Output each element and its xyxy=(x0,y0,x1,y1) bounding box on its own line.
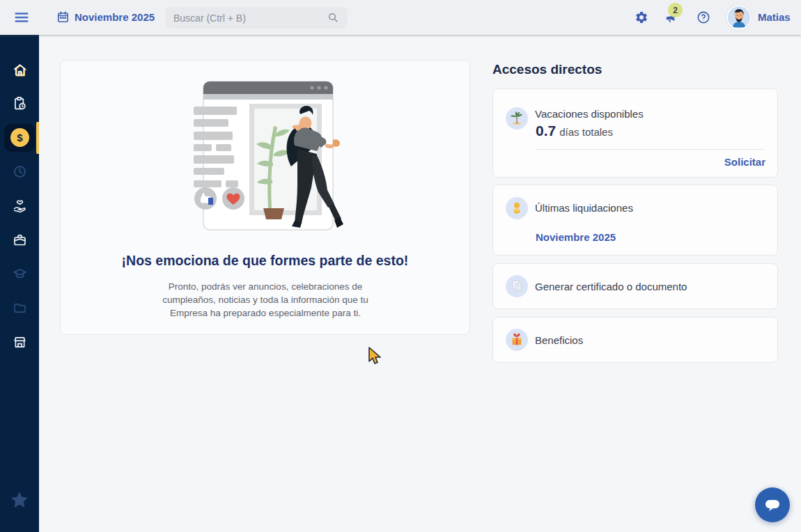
payslips-card: Últimas liquidaciones Noviembre 2025 xyxy=(492,185,778,256)
welcome-body: Pronto, podrás ver anuncios, celebracion… xyxy=(154,280,377,320)
sidebar-item-payroll-active[interactable]: $ xyxy=(10,128,29,147)
mouse-cursor xyxy=(367,347,382,366)
payslips-label: Últimas liquidaciones xyxy=(535,202,633,214)
gift-icon xyxy=(506,329,528,351)
topbar: Noviembre 2025 2 xyxy=(0,0,801,35)
settings-gear-icon[interactable] xyxy=(635,10,648,24)
coins-icon xyxy=(506,197,528,219)
home-icon xyxy=(13,63,27,77)
palm-tree-icon xyxy=(506,107,528,130)
graduation-cap-icon xyxy=(13,267,27,281)
vacations-days-value: 0.7 xyxy=(536,123,556,139)
benefits-label: Beneficios xyxy=(535,334,583,346)
sidebar-item-home[interactable] xyxy=(0,56,39,84)
chat-bubble-icon xyxy=(764,497,781,513)
hand-heart-icon xyxy=(13,199,27,214)
storefront-icon xyxy=(13,335,27,350)
certificates-card[interactable]: Generar certificado o documento xyxy=(492,263,778,309)
chat-launcher-button[interactable] xyxy=(755,487,790,522)
vacations-label: Vacaciones disponibles xyxy=(535,108,644,120)
help-icon[interactable] xyxy=(697,10,710,24)
folder-icon xyxy=(13,301,27,315)
avatar-illustration xyxy=(728,6,750,29)
sidebar-item-favorites[interactable] xyxy=(0,486,39,514)
document-icon xyxy=(506,275,528,297)
star-icon xyxy=(9,490,30,510)
welcome-card: ¡Nos emociona de que formes parte de est… xyxy=(60,60,470,335)
briefcase-icon xyxy=(13,233,27,247)
sidebar-item-marketplace[interactable] xyxy=(0,328,39,356)
sidebar-item-wellness[interactable] xyxy=(0,192,39,220)
vacations-days-unit: días totales xyxy=(559,126,613,138)
money-dollar-icon: $ xyxy=(17,132,22,143)
sidebar-active-bar xyxy=(36,122,39,154)
welcome-illustration xyxy=(127,76,405,250)
sidebar-item-jobs[interactable] xyxy=(0,226,39,253)
benefits-card[interactable]: Beneficios xyxy=(492,317,778,363)
sidebar-item-training[interactable] xyxy=(0,260,39,288)
app-root: Noviembre 2025 2 xyxy=(0,0,801,532)
period-selector[interactable]: Noviembre 2025 xyxy=(75,11,155,23)
request-vacation-link[interactable]: Solicitar xyxy=(724,156,765,168)
vacations-divider xyxy=(535,149,765,150)
clock-icon xyxy=(13,164,27,179)
welcome-title: ¡Nos emociona de que formes parte de est… xyxy=(61,253,469,269)
vacations-value-row: 0.7días totales xyxy=(536,123,613,139)
calendar-icon[interactable] xyxy=(56,10,70,24)
payslips-period-link[interactable]: Noviembre 2025 xyxy=(536,231,616,243)
certificates-label: Generar certificado o documento xyxy=(535,281,687,292)
search-input[interactable] xyxy=(165,7,348,29)
user-avatar[interactable] xyxy=(726,5,752,30)
user-name[interactable]: Matias xyxy=(758,11,791,23)
sidebar-item-documents[interactable] xyxy=(0,294,39,322)
vacations-card: Vacaciones disponibles 0.7días totales S… xyxy=(492,88,778,178)
clipboard-clock-icon xyxy=(13,96,27,111)
sidebar-nav: $ xyxy=(0,35,39,532)
hamburger-menu-icon[interactable] xyxy=(14,10,29,25)
sidebar-item-tasks[interactable] xyxy=(0,89,39,117)
sidebar-item-time[interactable] xyxy=(0,157,39,185)
shortcuts-title: Accesos directos xyxy=(492,62,602,77)
notification-badge[interactable]: 2 xyxy=(668,3,683,17)
